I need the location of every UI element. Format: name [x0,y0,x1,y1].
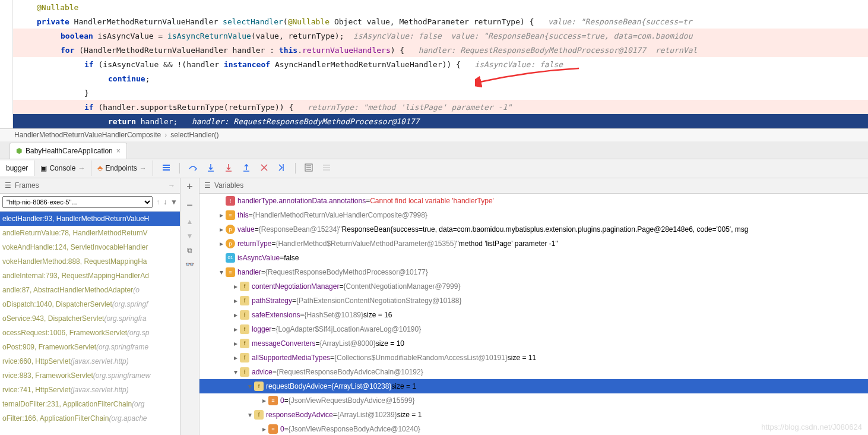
stack-frame[interactable]: oFilter:166, ApplicationFilterChain (org… [0,411,180,425]
expand-arrow-icon[interactable]: ▸ [232,311,240,319]
expand-arrow-icon[interactable]: ▸ [232,325,240,333]
expand-arrow-icon[interactable]: ▸ [217,239,226,248]
copy-icon[interactable]: ⧉ [187,246,192,254]
show-execution-point-icon[interactable] [161,163,171,174]
filter-icon[interactable]: ▼ [170,198,178,206]
expand-arrow-icon[interactable] [217,254,226,262]
var-type-icon: f [240,282,249,291]
thread-selector[interactable]: "http-nio-8086-exec-5"... [2,196,153,208]
variable-row[interactable]: ▸pvalue = {ResponseBean@15234} "Response… [199,222,868,237]
evaluate-expression-icon[interactable] [304,163,313,174]
var-type-icon: 01 [226,253,235,263]
variable-row[interactable]: ▸flogger = {LogAdapter$Slf4jLocationAwar… [199,322,868,336]
frames-panel: ☰ Frames → "http-nio-8086-exec-5"... ↑ ↓… [0,178,180,435]
breadcrumb-method[interactable]: selectHandler() [170,131,218,139]
chevron-right-icon: › [164,131,167,139]
remove-watch-icon[interactable]: − [186,199,193,212]
variable-row[interactable]: ▾frequestBodyAdvice = {ArrayList@10238} … [199,379,868,393]
variable-row[interactable]: ▸fsafeExtensions = {HashSet@10189} size … [199,308,868,322]
expand-arrow-icon[interactable]: ▸ [232,354,240,362]
trace-current-stream-icon[interactable] [322,163,331,174]
execution-point-line[interactable]: return handler; handler: RequestResponse… [0,114,868,128]
expand-arrow-icon[interactable] [217,197,226,205]
prev-frame-icon[interactable]: ↑ [156,198,160,206]
stack-frame[interactable]: oDispatch:1040, DispatcherServlet (org.s… [0,297,180,311]
code-text: (value, returnType); [251,31,353,40]
step-out-icon[interactable] [242,163,251,174]
variable-row[interactable]: !handlerType.annotationData.annotations … [199,194,868,208]
variable-row[interactable]: ▸fmessageConverters = {ArrayList@8000} s… [199,336,868,351]
var-type-icon: f [240,367,249,377]
expand-arrow-icon[interactable]: ▸ [232,282,240,291]
breadcrumb-class[interactable]: HandlerMethodReturnValueHandlerComposite [14,131,161,139]
stack-frame[interactable]: andle:87, AbstractHandlerMethodAdapter (… [0,283,180,297]
expand-arrow-icon[interactable]: ▾ [246,411,254,419]
expand-arrow-icon[interactable]: ▸ [217,211,226,219]
tab-endpoints[interactable]: ⬘Endpoints→ [91,160,153,176]
variable-row[interactable]: ▸≡0 = {JsonViewRequestBodyAdvice@15599} [199,393,868,408]
method-name: selectHandler [223,17,283,26]
stack-frame[interactable]: vokeHandlerMethod:888, RequestMappingHa [0,254,180,269]
tab-label: Console [49,164,75,172]
keyword: boolean [61,31,93,40]
expand-arrow-icon[interactable]: ▸ [232,297,240,305]
expand-arrow-icon[interactable]: ▸ [260,425,268,433]
step-over-icon[interactable] [188,163,198,174]
move-down-icon[interactable]: ▼ [186,232,194,240]
run-to-cursor-icon[interactable] [277,163,287,174]
next-frame-icon[interactable]: ↓ [163,198,167,206]
method-call: isAsyncReturnValue [167,31,251,40]
code-text: Object value, MethodParameter returnType… [330,17,548,26]
variable-row[interactable]: ▾≡handler = {RequestResponseBodyMethodPr… [199,265,868,279]
add-watch-icon[interactable]: + [186,181,193,193]
stack-frame[interactable]: oService:943, DispatcherServlet (org.spr… [0,311,180,326]
run-tab-app[interactable]: ⬢ BabyHealthCareApplication × [9,143,127,159]
keyword: if [84,103,94,112]
stack-frame[interactable]: ocessRequest:1006, FrameworkServlet (org… [0,326,180,340]
expand-arrow-icon[interactable]: ▸ [232,339,240,348]
variable-row[interactable]: 01isAsyncValue = false [199,251,868,265]
variable-row[interactable]: ▸fallSupportedMediaTypes = {Collections$… [199,351,868,365]
expand-arrow-icon[interactable]: ▾ [232,368,240,376]
annotation: @Nullable [288,17,330,26]
variable-row[interactable]: ▸preturnType = {HandlerMethod$ReturnValu… [199,237,868,251]
pin-icon[interactable]: → [168,181,175,190]
stack-frame[interactable]: andleInternal:793, RequestMappingHandler… [0,269,180,283]
code-editor[interactable]: @Nullable private HandlerMethodReturnVal… [0,0,868,128]
stack-frame[interactable]: electHandler:93, HandlerMethodReturnValu… [0,212,180,226]
keyword: instanceof [224,60,270,69]
move-up-icon[interactable]: ▲ [186,218,194,226]
expand-arrow-icon[interactable]: ▸ [260,396,268,405]
var-type-icon: ! [226,196,235,206]
step-into-icon[interactable] [206,163,216,174]
drop-frame-icon[interactable] [259,163,269,174]
variable-row[interactable]: ▸fpathStrategy = {PathExtensionContentNe… [199,294,868,308]
stack-frame[interactable]: andleReturnValue:78, HandlerMethodReturn… [0,226,180,240]
variable-row[interactable]: ▾fresponseBodyAdvice = {ArrayList@10239}… [199,408,868,422]
keyword: continue [108,74,145,83]
tab-debugger[interactable]: bugger [0,160,34,176]
variables-tree[interactable]: !handlerType.annotationData.annotations … [199,194,868,435]
breadcrumb[interactable]: HandlerMethodReturnValueHandlerComposite… [0,128,868,141]
tab-console[interactable]: ▣Console→ [34,160,91,176]
expand-arrow-icon[interactable]: ▾ [217,268,226,276]
variables-panel: ☰ Variables !handlerType.annotationData.… [199,178,868,435]
glasses-icon[interactable]: 👓 [185,260,194,269]
variable-row[interactable]: ▸fcontentNegotiationManager = {ContentNe… [199,279,868,294]
variable-row[interactable]: ▸≡this = {HandlerMethodReturnValueHandle… [199,208,868,222]
expand-arrow-icon[interactable]: ▸ [217,225,226,234]
stack-frame[interactable]: vokeAndHandle:124, ServletInvocableHandl… [0,240,180,254]
frames-list[interactable]: electHandler:93, HandlerMethodReturnValu… [0,212,180,435]
stack-frame[interactable]: rvice:660, HttpServlet (javax.servlet.ht… [0,354,180,368]
force-step-into-icon[interactable] [224,163,233,174]
variable-row[interactable]: ▸≡0 = {JsonViewResponseBodyAdvice@10240} [199,422,868,435]
stack-frame[interactable]: ternalDoFilter:231, ApplicationFilterCha… [0,397,180,411]
stack-frame[interactable]: rvice:741, HttpServlet (javax.servlet.ht… [0,383,180,397]
stack-frame[interactable]: oPost:909, FrameworkServlet (org.springf… [0,340,180,354]
variable-row[interactable]: ▾fadvice = {RequestResponseBodyAdviceCha… [199,365,868,379]
variables-title: Variables [214,181,243,190]
stack-frame[interactable]: rvice:883, FrameworkServlet (org.springf… [0,368,180,383]
frames-header: ☰ Frames → [0,178,180,194]
expand-arrow-icon[interactable]: ▾ [246,382,254,390]
close-icon[interactable]: × [116,147,121,155]
